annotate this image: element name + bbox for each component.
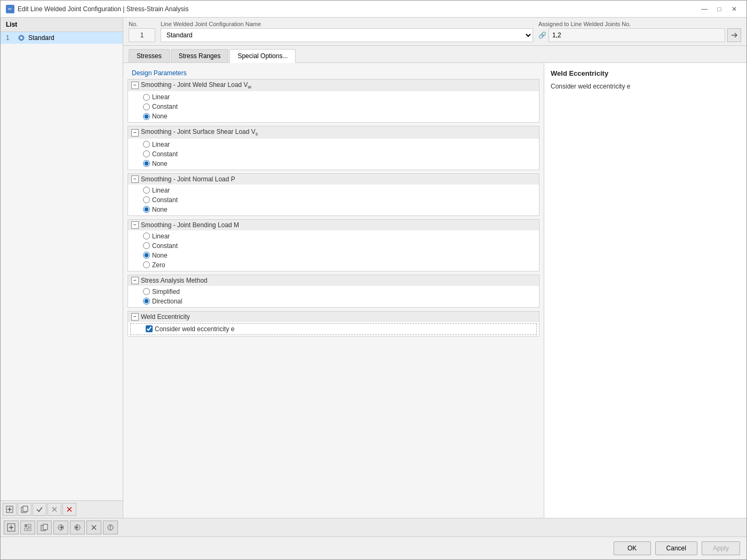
bottom-btn-2[interactable] [20, 521, 35, 534]
main-form: Design Parameters − Smoothing - Joint We… [123, 63, 544, 518]
radio-constant-vs[interactable] [143, 150, 150, 157]
tab-special-options[interactable]: Special Options... [229, 49, 296, 63]
app-icon: ✏ [6, 5, 14, 13]
radio-none-m[interactable] [143, 252, 150, 259]
radio-constant-p[interactable] [143, 196, 150, 203]
bottom-btn-7[interactable]: f [103, 521, 118, 534]
checkbox-label-weld-eccentricity: Consider weld eccentricity e [155, 325, 234, 333]
bottom-btn-6[interactable] [86, 521, 101, 534]
radio-none-vw[interactable] [143, 113, 150, 120]
radio-simplified[interactable] [143, 288, 150, 295]
svg-rect-20 [43, 524, 47, 530]
group-shear-vs-header: − Smoothing - Joint Surface Shear Load V… [128, 126, 539, 138]
radio-linear-m[interactable] [143, 233, 150, 239]
radio-constant-m[interactable] [143, 242, 150, 249]
copy-button[interactable] [18, 503, 31, 516]
radio-row-none-p: None [128, 205, 539, 214]
config-panel: No. Line Welded Joint Configuration Name… [123, 18, 746, 518]
tab-stresses[interactable]: Stresses [129, 49, 170, 62]
radio-linear-vs[interactable] [143, 141, 150, 148]
radio-row-none-m: None [128, 251, 539, 260]
radio-row-constant-vw: Constant [128, 102, 539, 111]
content-area: Design Parameters − Smoothing - Joint We… [123, 63, 746, 518]
window-title: Edit Line Welded Joint Configuration | S… [18, 5, 188, 13]
close-button[interactable]: ✕ [727, 4, 741, 14]
radio-row-none-vw: None [128, 111, 539, 121]
assigned-input[interactable] [549, 28, 725, 42]
radio-row-zero-m: Zero [128, 260, 539, 270]
tab-stress-ranges[interactable]: Stress Ranges [171, 49, 229, 62]
design-params-label: Design Parameters [128, 67, 539, 79]
main-content: List 1 Standard [1, 18, 746, 518]
radio-row-constant-vs: Constant [128, 149, 539, 159]
bottom-btn-5[interactable] [70, 521, 85, 534]
bottom-bar: f OK Cancel Apply [1, 518, 746, 559]
tab-bar: Stresses Stress Ranges Special Options..… [123, 46, 746, 63]
collapse-btn-bending-m[interactable]: − [131, 221, 139, 229]
name-label: Line Welded Joint Configuration Name [161, 21, 533, 27]
radio-label-zero-m: Zero [152, 261, 165, 269]
radio-rows-bending-m: Linear Constant None [128, 230, 539, 271]
radio-rows-shear-vw: Linear Constant None [128, 91, 539, 122]
add-button[interactable] [3, 503, 17, 516]
radio-rows-stress-method: Simplified Directional [128, 286, 539, 307]
radio-zero-m[interactable] [143, 261, 150, 268]
collapse-btn-stress-method[interactable]: − [131, 277, 139, 284]
reject-button[interactable] [47, 503, 61, 516]
no-field: No. [129, 21, 155, 42]
group-weld-eccentricity-header: − Weld Eccentricity [128, 311, 539, 322]
delete-button[interactable] [62, 503, 76, 516]
config-header: No. Line Welded Joint Configuration Name… [123, 18, 746, 46]
left-panel: List 1 Standard [1, 18, 123, 518]
radio-row-linear-m: Linear [128, 231, 539, 241]
radio-constant-vw[interactable] [143, 103, 150, 110]
collapse-btn-shear-vs[interactable]: − [131, 129, 139, 137]
radio-none-vs[interactable] [143, 160, 150, 167]
radio-directional[interactable] [143, 298, 150, 305]
svg-rect-17 [25, 528, 27, 531]
group-bending-m-title: Smoothing - Joint Bending Load M [141, 221, 239, 229]
radio-label-none-vs: None [152, 160, 168, 167]
radio-label-constant-m: Constant [152, 242, 178, 250]
radio-none-p[interactable] [143, 206, 150, 213]
no-input[interactable] [129, 28, 155, 42]
collapse-btn-shear-vw[interactable]: − [131, 82, 139, 89]
radio-linear-p[interactable] [143, 187, 150, 194]
radio-row-directional: Directional [128, 297, 539, 306]
checkbox-row-weld-eccentricity: Consider weld eccentricity e [130, 323, 537, 335]
radio-row-constant-p: Constant [128, 195, 539, 205]
bottom-btn-3[interactable] [37, 521, 52, 534]
radio-row-simplified: Simplified [128, 287, 539, 297]
group-weld-eccentricity: − Weld Eccentricity Consider weld eccent… [128, 311, 539, 337]
radio-row-linear-vw: Linear [128, 92, 539, 102]
cancel-button[interactable]: Cancel [655, 541, 697, 555]
title-bar: ✏ Edit Line Welded Joint Configuration |… [1, 1, 746, 18]
svg-rect-15 [25, 524, 27, 527]
collapse-btn-weld-eccentricity[interactable]: − [131, 313, 139, 321]
collapse-btn-normal-p[interactable]: − [131, 175, 139, 183]
minimize-button[interactable]: — [697, 4, 711, 14]
radio-linear-vw[interactable] [143, 94, 150, 101]
accept-button[interactable] [33, 503, 46, 516]
bottom-btn-1[interactable] [4, 521, 19, 534]
list-item-icon [18, 34, 25, 42]
info-title: Weld Eccentricity [551, 69, 740, 77]
bottom-btn-4[interactable] [53, 521, 68, 534]
svg-rect-16 [28, 524, 31, 527]
ok-button[interactable]: OK [614, 541, 651, 555]
assigned-edit-button[interactable] [727, 28, 741, 42]
name-select[interactable]: Standard [161, 28, 533, 42]
radio-label-linear-p: Linear [152, 187, 170, 194]
radio-label-linear-vs: Linear [152, 141, 170, 148]
maximize-button[interactable]: □ [712, 4, 726, 14]
radio-row-constant-m: Constant [128, 241, 539, 251]
name-field: Line Welded Joint Configuration Name Sta… [161, 21, 533, 42]
list-item[interactable]: 1 Standard [1, 32, 123, 44]
radio-rows-normal-p: Linear Constant None [128, 185, 539, 215]
radio-label-constant-p: Constant [152, 196, 178, 204]
radio-row-linear-p: Linear [128, 186, 539, 195]
apply-button[interactable]: Apply [702, 541, 740, 555]
svg-rect-6 [23, 506, 28, 511]
radio-label-constant-vs: Constant [152, 150, 178, 158]
checkbox-weld-eccentricity[interactable] [146, 325, 153, 332]
